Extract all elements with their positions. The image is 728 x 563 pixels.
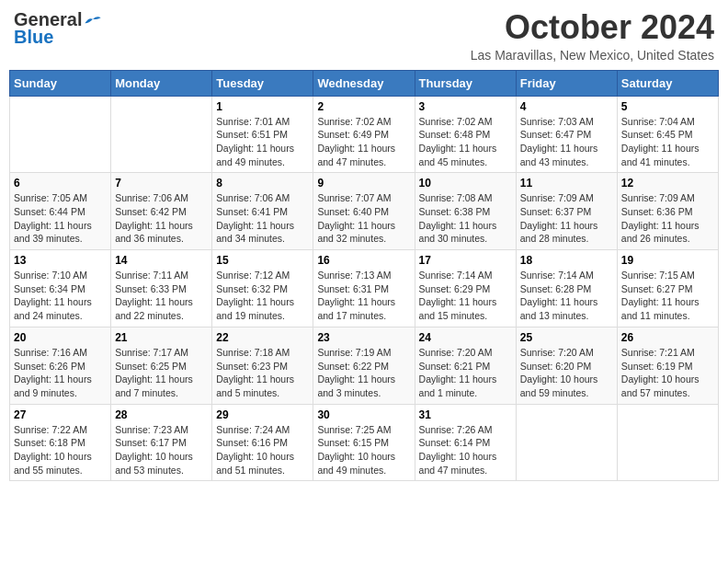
day-number: 3 [419,100,512,113]
day-number: 7 [115,177,208,190]
day-number: 30 [317,408,410,421]
day-cell: 14Sunrise: 7:11 AMSunset: 6:33 PMDayligh… [111,250,212,327]
day-cell: 18Sunrise: 7:14 AMSunset: 6:28 PMDayligh… [516,250,617,327]
day-cell: 5Sunrise: 7:04 AMSunset: 6:45 PMDaylight… [617,96,718,173]
day-cell: 23Sunrise: 7:19 AMSunset: 6:22 PMDayligh… [313,327,415,404]
day-cell: 20Sunrise: 7:16 AMSunset: 6:26 PMDayligh… [10,327,111,404]
day-number: 24 [419,331,512,344]
day-info: Sunrise: 7:05 AMSunset: 6:44 PMDaylight:… [14,191,107,246]
location-title: Las Maravillas, New Mexico, United State… [471,48,714,63]
day-number: 31 [419,408,512,421]
day-info: Sunrise: 7:12 AMSunset: 6:32 PMDaylight:… [216,269,309,323]
day-info: Sunrise: 7:14 AMSunset: 6:28 PMDaylight:… [520,269,613,323]
day-number: 14 [115,254,208,267]
week-row-1: 1Sunrise: 7:01 AMSunset: 6:51 PMDaylight… [10,96,719,173]
day-cell: 27Sunrise: 7:22 AMSunset: 6:18 PMDayligh… [10,404,111,481]
logo: General Blue [14,9,102,48]
day-number: 4 [520,100,613,113]
day-cell: 31Sunrise: 7:26 AMSunset: 6:14 PMDayligh… [415,404,516,481]
header-thursday: Thursday [415,70,516,96]
day-info: Sunrise: 7:06 AMSunset: 6:41 PMDaylight:… [216,191,309,246]
day-number: 25 [520,331,613,344]
header-saturday: Saturday [617,70,718,96]
day-cell: 2Sunrise: 7:02 AMSunset: 6:49 PMDaylight… [313,96,415,173]
day-info: Sunrise: 7:17 AMSunset: 6:25 PMDaylight:… [115,346,208,400]
day-cell [111,96,212,173]
day-info: Sunrise: 7:22 AMSunset: 6:18 PMDaylight:… [14,423,107,477]
day-number: 23 [317,331,410,344]
day-number: 6 [14,177,107,190]
calendar-header-row: SundayMondayTuesdayWednesdayThursdayFrid… [10,70,719,96]
day-number: 12 [621,177,714,190]
day-info: Sunrise: 7:15 AMSunset: 6:27 PMDaylight:… [621,269,714,323]
day-info: Sunrise: 7:24 AMSunset: 6:16 PMDaylight:… [216,423,309,477]
day-number: 17 [419,254,512,267]
day-number: 19 [621,254,714,267]
month-title: October 2024 [471,9,714,46]
day-info: Sunrise: 7:07 AMSunset: 6:40 PMDaylight:… [317,191,410,246]
day-number: 22 [216,331,309,344]
day-info: Sunrise: 7:25 AMSunset: 6:15 PMDaylight:… [317,423,410,477]
day-info: Sunrise: 7:01 AMSunset: 6:51 PMDaylight:… [216,115,309,169]
day-info: Sunrise: 7:10 AMSunset: 6:34 PMDaylight:… [14,269,107,323]
day-cell: 19Sunrise: 7:15 AMSunset: 6:27 PMDayligh… [617,250,718,327]
day-info: Sunrise: 7:19 AMSunset: 6:22 PMDaylight:… [317,346,410,400]
day-number: 28 [115,408,208,421]
day-cell [516,404,617,481]
day-cell: 10Sunrise: 7:08 AMSunset: 6:38 PMDayligh… [415,173,516,250]
day-cell: 12Sunrise: 7:09 AMSunset: 6:36 PMDayligh… [617,173,718,250]
day-info: Sunrise: 7:26 AMSunset: 6:14 PMDaylight:… [419,423,512,477]
day-number: 13 [14,254,107,267]
day-number: 18 [520,254,613,267]
day-number: 11 [520,177,613,190]
day-number: 2 [317,100,410,113]
day-info: Sunrise: 7:20 AMSunset: 6:21 PMDaylight:… [419,346,512,400]
day-cell: 30Sunrise: 7:25 AMSunset: 6:15 PMDayligh… [313,404,415,481]
day-info: Sunrise: 7:11 AMSunset: 6:33 PMDaylight:… [115,269,208,323]
day-info: Sunrise: 7:09 AMSunset: 6:37 PMDaylight:… [520,191,613,246]
day-cell: 16Sunrise: 7:13 AMSunset: 6:31 PMDayligh… [313,250,415,327]
day-info: Sunrise: 7:02 AMSunset: 6:49 PMDaylight:… [317,115,410,169]
day-cell: 11Sunrise: 7:09 AMSunset: 6:37 PMDayligh… [516,173,617,250]
day-info: Sunrise: 7:13 AMSunset: 6:31 PMDaylight:… [317,269,410,323]
day-cell: 28Sunrise: 7:23 AMSunset: 6:17 PMDayligh… [111,404,212,481]
day-cell: 4Sunrise: 7:03 AMSunset: 6:47 PMDaylight… [516,96,617,173]
header-sunday: Sunday [10,70,111,96]
day-number: 27 [14,408,107,421]
calendar-table: SundayMondayTuesdayWednesdayThursdayFrid… [9,70,719,482]
logo-bird-icon [84,14,102,27]
day-cell: 13Sunrise: 7:10 AMSunset: 6:34 PMDayligh… [10,250,111,327]
day-cell: 9Sunrise: 7:07 AMSunset: 6:40 PMDaylight… [313,173,415,250]
day-number: 29 [216,408,309,421]
header-monday: Monday [111,70,212,96]
page-header: General Blue October 2024 Las Maravillas… [9,9,719,63]
day-info: Sunrise: 7:23 AMSunset: 6:17 PMDaylight:… [115,423,208,477]
logo-blue-text: Blue [14,27,53,48]
day-info: Sunrise: 7:14 AMSunset: 6:29 PMDaylight:… [419,269,512,323]
day-cell: 22Sunrise: 7:18 AMSunset: 6:23 PMDayligh… [212,327,313,404]
day-cell: 1Sunrise: 7:01 AMSunset: 6:51 PMDaylight… [212,96,313,173]
day-cell: 8Sunrise: 7:06 AMSunset: 6:41 PMDaylight… [212,173,313,250]
day-number: 20 [14,331,107,344]
day-info: Sunrise: 7:02 AMSunset: 6:48 PMDaylight:… [419,115,512,169]
day-cell: 15Sunrise: 7:12 AMSunset: 6:32 PMDayligh… [212,250,313,327]
day-number: 9 [317,177,410,190]
day-number: 1 [216,100,309,113]
day-info: Sunrise: 7:08 AMSunset: 6:38 PMDaylight:… [419,191,512,246]
header-tuesday: Tuesday [212,70,313,96]
day-number: 16 [317,254,410,267]
day-cell [617,404,718,481]
day-number: 10 [419,177,512,190]
day-number: 8 [216,177,309,190]
week-row-5: 27Sunrise: 7:22 AMSunset: 6:18 PMDayligh… [10,404,719,481]
day-cell: 25Sunrise: 7:20 AMSunset: 6:20 PMDayligh… [516,327,617,404]
day-cell: 6Sunrise: 7:05 AMSunset: 6:44 PMDaylight… [10,173,111,250]
day-info: Sunrise: 7:20 AMSunset: 6:20 PMDaylight:… [520,346,613,400]
day-number: 5 [621,100,714,113]
day-cell: 29Sunrise: 7:24 AMSunset: 6:16 PMDayligh… [212,404,313,481]
header-friday: Friday [516,70,617,96]
week-row-4: 20Sunrise: 7:16 AMSunset: 6:26 PMDayligh… [10,327,719,404]
day-cell: 17Sunrise: 7:14 AMSunset: 6:29 PMDayligh… [415,250,516,327]
day-info: Sunrise: 7:21 AMSunset: 6:19 PMDaylight:… [621,346,714,400]
day-cell: 24Sunrise: 7:20 AMSunset: 6:21 PMDayligh… [415,327,516,404]
